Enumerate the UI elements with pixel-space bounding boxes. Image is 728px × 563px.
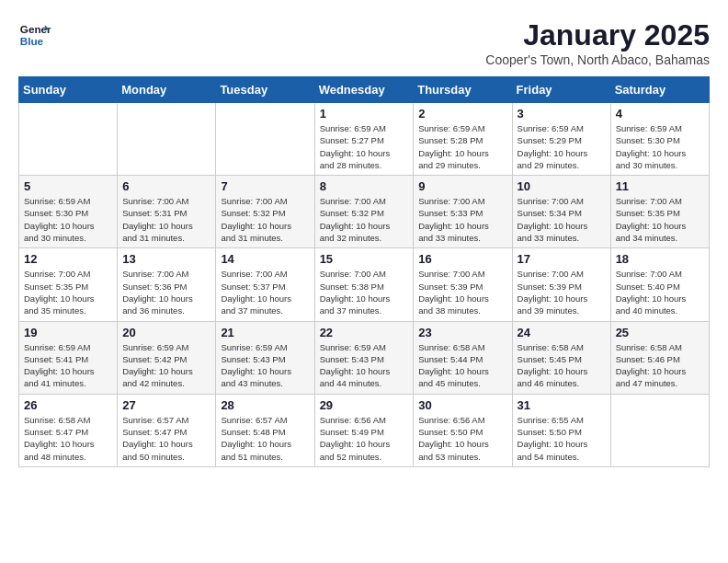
calendar-cell: 14Sunrise: 7:00 AM Sunset: 5:37 PM Dayli… [216, 248, 314, 321]
calendar-cell [118, 103, 216, 176]
day-number: 24 [518, 326, 606, 339]
calendar-week-row: 19Sunrise: 6:59 AM Sunset: 5:41 PM Dayli… [19, 321, 710, 394]
day-info: Sunrise: 7:00 AM Sunset: 5:34 PM Dayligh… [518, 195, 606, 244]
calendar-cell [19, 103, 118, 176]
day-number: 15 [320, 252, 409, 266]
day-number: 3 [518, 107, 606, 121]
page-header: General Blue January 2025 Cooper's Town,… [18, 18, 710, 67]
day-number: 7 [221, 179, 309, 193]
day-info: Sunrise: 7:00 AM Sunset: 5:32 PM Dayligh… [320, 195, 409, 244]
calendar-cell: 25Sunrise: 6:58 AM Sunset: 5:46 PM Dayli… [610, 321, 709, 394]
day-number: 19 [24, 326, 112, 339]
calendar-cell: 18Sunrise: 7:00 AM Sunset: 5:40 PM Dayli… [610, 248, 709, 321]
calendar-cell: 2Sunrise: 6:59 AM Sunset: 5:28 PM Daylig… [414, 103, 512, 176]
day-number: 8 [320, 179, 409, 193]
day-header-saturday: Saturday [610, 77, 709, 103]
day-number: 26 [24, 398, 112, 412]
day-number: 30 [418, 398, 506, 412]
day-info: Sunrise: 7:00 AM Sunset: 5:39 PM Dayligh… [518, 268, 606, 316]
day-info: Sunrise: 7:00 AM Sunset: 5:33 PM Dayligh… [418, 195, 506, 244]
day-number: 29 [320, 398, 409, 412]
day-info: Sunrise: 6:59 AM Sunset: 5:41 PM Dayligh… [24, 341, 112, 390]
calendar-cell: 12Sunrise: 7:00 AM Sunset: 5:35 PM Dayli… [19, 248, 118, 321]
calendar-cell: 6Sunrise: 7:00 AM Sunset: 5:31 PM Daylig… [118, 176, 216, 248]
calendar-cell [610, 394, 709, 466]
day-info: Sunrise: 6:55 AM Sunset: 5:50 PM Dayligh… [518, 414, 606, 463]
day-info: Sunrise: 6:59 AM Sunset: 5:43 PM Dayligh… [221, 341, 309, 390]
day-info: Sunrise: 6:56 AM Sunset: 5:49 PM Dayligh… [320, 414, 409, 463]
calendar-cell: 28Sunrise: 6:57 AM Sunset: 5:48 PM Dayli… [216, 394, 314, 466]
day-info: Sunrise: 6:58 AM Sunset: 5:44 PM Dayligh… [418, 341, 506, 390]
day-number: 23 [418, 326, 506, 339]
day-number: 21 [221, 326, 309, 339]
calendar-cell: 24Sunrise: 6:58 AM Sunset: 5:45 PM Dayli… [512, 321, 610, 394]
calendar-cell: 3Sunrise: 6:59 AM Sunset: 5:29 PM Daylig… [512, 103, 610, 176]
calendar-cell: 4Sunrise: 6:59 AM Sunset: 5:30 PM Daylig… [610, 103, 709, 176]
calendar-cell: 21Sunrise: 6:59 AM Sunset: 5:43 PM Dayli… [216, 321, 314, 394]
calendar-cell: 22Sunrise: 6:59 AM Sunset: 5:43 PM Dayli… [314, 321, 414, 394]
day-number: 14 [221, 252, 309, 266]
day-info: Sunrise: 7:00 AM Sunset: 5:37 PM Dayligh… [221, 268, 309, 316]
calendar-week-row: 12Sunrise: 7:00 AM Sunset: 5:35 PM Dayli… [19, 248, 710, 321]
day-header-friday: Friday [512, 77, 610, 103]
day-info: Sunrise: 6:59 AM Sunset: 5:28 PM Dayligh… [418, 122, 506, 171]
calendar-week-row: 26Sunrise: 6:58 AM Sunset: 5:47 PM Dayli… [19, 394, 710, 466]
day-info: Sunrise: 7:00 AM Sunset: 5:31 PM Dayligh… [122, 195, 210, 244]
day-info: Sunrise: 6:59 AM Sunset: 5:27 PM Dayligh… [320, 122, 409, 171]
day-number: 12 [24, 252, 112, 266]
day-info: Sunrise: 6:58 AM Sunset: 5:46 PM Dayligh… [616, 341, 704, 390]
day-info: Sunrise: 6:57 AM Sunset: 5:48 PM Dayligh… [221, 414, 309, 463]
calendar-title: January 2025 [485, 18, 710, 52]
day-number: 4 [616, 107, 704, 121]
calendar-cell: 11Sunrise: 7:00 AM Sunset: 5:35 PM Dayli… [610, 176, 709, 248]
day-number: 31 [518, 398, 606, 412]
calendar-cell: 26Sunrise: 6:58 AM Sunset: 5:47 PM Dayli… [19, 394, 118, 466]
day-header-monday: Monday [118, 77, 216, 103]
day-info: Sunrise: 7:00 AM Sunset: 5:35 PM Dayligh… [616, 195, 704, 244]
day-number: 2 [418, 107, 506, 121]
day-info: Sunrise: 7:00 AM Sunset: 5:35 PM Dayligh… [24, 268, 112, 316]
day-info: Sunrise: 6:59 AM Sunset: 5:43 PM Dayligh… [320, 341, 409, 390]
calendar-cell: 19Sunrise: 6:59 AM Sunset: 5:41 PM Dayli… [19, 321, 118, 394]
calendar-cell: 7Sunrise: 7:00 AM Sunset: 5:32 PM Daylig… [216, 176, 314, 248]
calendar-table: SundayMondayTuesdayWednesdayThursdayFrid… [18, 76, 710, 467]
day-info: Sunrise: 7:00 AM Sunset: 5:40 PM Dayligh… [616, 268, 704, 316]
calendar-cell: 10Sunrise: 7:00 AM Sunset: 5:34 PM Dayli… [512, 176, 610, 248]
day-header-sunday: Sunday [19, 77, 118, 103]
day-number: 18 [616, 252, 704, 266]
day-number: 16 [418, 252, 506, 266]
day-number: 11 [616, 179, 704, 193]
day-header-tuesday: Tuesday [216, 77, 314, 103]
day-info: Sunrise: 6:57 AM Sunset: 5:47 PM Dayligh… [122, 414, 210, 463]
calendar-cell [216, 103, 314, 176]
day-number: 9 [418, 179, 506, 193]
day-info: Sunrise: 6:59 AM Sunset: 5:42 PM Dayligh… [122, 341, 210, 390]
calendar-header-row: SundayMondayTuesdayWednesdayThursdayFrid… [19, 77, 710, 103]
title-section: January 2025 Cooper's Town, North Abaco,… [485, 18, 710, 67]
day-header-thursday: Thursday [414, 77, 512, 103]
day-info: Sunrise: 6:59 AM Sunset: 5:30 PM Dayligh… [24, 195, 112, 244]
day-number: 22 [320, 326, 409, 339]
day-number: 6 [122, 179, 210, 193]
calendar-cell: 30Sunrise: 6:56 AM Sunset: 5:50 PM Dayli… [414, 394, 512, 466]
day-number: 20 [122, 326, 210, 339]
day-info: Sunrise: 6:56 AM Sunset: 5:50 PM Dayligh… [418, 414, 506, 463]
calendar-week-row: 5Sunrise: 6:59 AM Sunset: 5:30 PM Daylig… [19, 176, 710, 248]
day-number: 25 [616, 326, 704, 339]
day-number: 10 [518, 179, 606, 193]
calendar-cell: 29Sunrise: 6:56 AM Sunset: 5:49 PM Dayli… [314, 394, 414, 466]
day-info: Sunrise: 7:00 AM Sunset: 5:38 PM Dayligh… [320, 268, 409, 316]
day-info: Sunrise: 7:00 AM Sunset: 5:36 PM Dayligh… [122, 268, 210, 316]
day-info: Sunrise: 6:59 AM Sunset: 5:30 PM Dayligh… [616, 122, 704, 171]
calendar-cell: 5Sunrise: 6:59 AM Sunset: 5:30 PM Daylig… [19, 176, 118, 248]
calendar-cell: 15Sunrise: 7:00 AM Sunset: 5:38 PM Dayli… [314, 248, 414, 321]
calendar-cell: 16Sunrise: 7:00 AM Sunset: 5:39 PM Dayli… [414, 248, 512, 321]
calendar-cell: 1Sunrise: 6:59 AM Sunset: 5:27 PM Daylig… [314, 103, 414, 176]
day-info: Sunrise: 6:58 AM Sunset: 5:45 PM Dayligh… [518, 341, 606, 390]
calendar-cell: 23Sunrise: 6:58 AM Sunset: 5:44 PM Dayli… [414, 321, 512, 394]
calendar-subtitle: Cooper's Town, North Abaco, Bahamas [485, 52, 710, 67]
svg-text:Blue: Blue [20, 35, 44, 47]
calendar-cell: 20Sunrise: 6:59 AM Sunset: 5:42 PM Dayli… [118, 321, 216, 394]
day-number: 5 [24, 179, 112, 193]
day-number: 17 [518, 252, 606, 266]
